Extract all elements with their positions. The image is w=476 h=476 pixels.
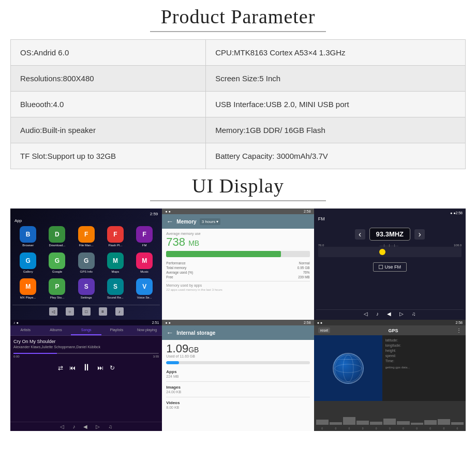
fm-frequency-display: 93.3MHZ xyxy=(369,228,410,241)
mem-back-icon[interactable]: ← xyxy=(166,217,173,226)
fm-prev-button[interactable]: ‹ xyxy=(355,229,365,240)
music-content: Cry On My Shoulder Alexander Klaws,Julie… xyxy=(10,336,162,422)
fm-nav-vol[interactable]: ♫ xyxy=(412,311,416,317)
app-item-sound-recorder[interactable]: SSound Re... xyxy=(102,278,129,303)
app-item-maps[interactable]: MMaps xyxy=(102,252,129,277)
app-item-play-store[interactable]: PPlay Sto... xyxy=(43,278,70,303)
mem-time: 2:58 xyxy=(304,210,311,213)
app-label-5: Gallery xyxy=(23,270,33,273)
param-row-4: TF Slot:Support up to 32GBBattery Capaci… xyxy=(11,143,466,169)
app-label-14: Voice Se... xyxy=(137,296,152,299)
param-cell-left-0: OS:Andrid 6.0 xyxy=(11,40,206,66)
storage-content: 1.09GB Used of 11.63 GB Apps224 MBImages… xyxy=(162,340,314,431)
app-item-mx-player[interactable]: MMX Playe... xyxy=(14,278,41,303)
nav-menu-icon[interactable]: ≡ xyxy=(99,307,107,316)
app-icon-7: G xyxy=(78,252,95,269)
app-grid: BBrowserDDownload...FFile Man...FFlash P… xyxy=(12,224,160,305)
app-item-file-manager[interactable]: FFile Man... xyxy=(73,226,100,250)
screenshot-music: ♪ ● 2:51 ArtistsAlbumsSongsPlaylistsNow … xyxy=(10,320,162,431)
fm-nav-home[interactable]: ♪ xyxy=(376,311,379,317)
app-label-12: Settings xyxy=(81,296,92,299)
music-shuffle-btn[interactable]: ⇄ xyxy=(58,364,63,371)
music-nav-home[interactable]: ◀ xyxy=(83,424,87,429)
svg-point-2 xyxy=(335,364,362,373)
gps-bar-label-5: 0 xyxy=(383,427,396,430)
nav-back-icon[interactable]: ◁ xyxy=(49,307,57,316)
storage-title: Internal storage xyxy=(176,330,215,336)
svg-point-1 xyxy=(343,355,353,382)
fm-nav-back[interactable]: ◁ xyxy=(364,311,368,317)
fm-nav-vol-down[interactable]: ◀ xyxy=(387,311,391,317)
app-icon-11: P xyxy=(49,278,65,295)
app-icon-14: V xyxy=(136,278,153,295)
app-icon-4: F xyxy=(136,226,153,243)
gps-bar-label-4: 0 xyxy=(370,427,382,430)
mem-dropdown-icon: ▾ xyxy=(216,219,218,224)
mem-stat-row-1: Total memory0.95 GB xyxy=(166,266,309,270)
fm-status-icons: ● ● xyxy=(450,211,455,215)
music-prev-btn[interactable]: ⏮ xyxy=(69,364,76,371)
app-label-11: Play Sto... xyxy=(50,296,64,299)
gps-bar-label-0: 0 xyxy=(316,427,329,430)
app-item-downloads[interactable]: DDownload... xyxy=(43,226,70,250)
app-item-gps-info[interactable]: GGPS Info xyxy=(73,252,100,277)
gps-label-1: longitude: xyxy=(385,344,401,347)
param-row-3: Audio:Built-in speakerMemory:1GB DDR/ 16… xyxy=(11,117,466,143)
app-item-settings[interactable]: SSettings xyxy=(73,278,100,303)
music-tabs: ArtistsAlbumsSongsPlaylistsNow playing xyxy=(10,325,162,336)
storage-back-icon[interactable]: ← xyxy=(166,329,173,337)
music-repeat-btn[interactable]: ↻ xyxy=(110,364,115,371)
mem-bar-container xyxy=(166,251,309,257)
app-label-7: GPS Info xyxy=(80,270,92,273)
fm-nav-bar: ◁ ♪ ◀ ▷ ♫ xyxy=(316,309,464,318)
ui-display-section: UI Display 2:59 App BBrowserDDownload...… xyxy=(0,169,476,431)
gps-reset-button[interactable]: reset xyxy=(318,328,331,333)
nav-volume-icon[interactable]: ♪ xyxy=(115,307,124,316)
fm-use-button[interactable]: Use FM xyxy=(373,262,407,272)
param-cell-left-1: Resolutions:800X480 xyxy=(11,66,206,92)
music-status-bar: ♪ ● 2:51 xyxy=(10,320,162,325)
app-item-flash-player-s...[interactable]: FFlash Pl... xyxy=(102,226,129,250)
music-play-btn[interactable]: ⏸ xyxy=(82,362,91,373)
music-tab-playlists[interactable]: Playlists xyxy=(101,325,132,335)
gps-bar-labels: 00000000000 xyxy=(314,427,466,431)
storage-item-name-2: Videos xyxy=(166,400,309,405)
music-nav-vol-down[interactable]: ♪ xyxy=(72,424,75,429)
music-song-title: Cry On My Shoulder xyxy=(13,339,159,344)
screenshot-gps: ● ● 2:58 reset GPS ⋮ xyxy=(314,320,466,431)
mem-time-select[interactable]: 3 hours ▾ xyxy=(200,218,221,225)
product-parameter-section: Product Parameter OS:Andrid 6.0CPU:MTK81… xyxy=(0,0,476,169)
music-nav-back[interactable]: ◁ xyxy=(60,424,64,429)
gps-bar-5 xyxy=(383,419,396,425)
gps-label-0: latitude: xyxy=(385,338,398,342)
app-status-bar: 2:59 xyxy=(12,211,160,217)
app-item-fm[interactable]: FFM xyxy=(131,226,158,250)
gps-menu-icon[interactable]: ⋮ xyxy=(456,328,462,333)
music-nav-menu[interactable]: ▷ xyxy=(96,424,100,429)
app-item-voice-search[interactable]: VVoice Se... xyxy=(131,278,158,303)
app-label-3: Flash Pl... xyxy=(109,244,123,247)
gps-label-3: speed: xyxy=(385,354,396,358)
fm-use-checkbox[interactable] xyxy=(379,265,383,269)
mem-apps-section: Memory used by apps xyxy=(166,284,309,287)
fm-next-button[interactable]: › xyxy=(414,229,425,240)
app-item-music[interactable]: MMusic xyxy=(131,252,158,277)
fm-nav-vol-up[interactable]: ▷ xyxy=(399,311,404,317)
param-cell-right-1: Screen Size:5 Inch xyxy=(206,66,466,92)
app-item-browser[interactable]: BBrowser xyxy=(14,226,41,250)
app-item-gallery[interactable]: GGallery xyxy=(14,252,41,277)
nav-recent-icon[interactable]: □ xyxy=(82,307,91,316)
music-nav-vol-up[interactable]: ♫ xyxy=(108,424,112,429)
music-tab-songs[interactable]: Songs xyxy=(71,325,101,335)
mem-apps-desc: 22 apps used memory in the last 3 hours xyxy=(166,288,309,291)
nav-home-icon[interactable]: ○ xyxy=(66,307,74,316)
music-tab-albums[interactable]: Albums xyxy=(41,325,71,335)
gps-info-row-4: Time: xyxy=(385,359,463,363)
music-tab-artists[interactable]: Artists xyxy=(10,325,41,335)
app-icon-0: B xyxy=(20,226,36,243)
music-tab-now-playing[interactable]: Now playing xyxy=(132,325,162,335)
music-next-btn[interactable]: ⏭ xyxy=(97,364,103,371)
screenshots-grid: 2:59 App BBrowserDDownload...FFile Man..… xyxy=(10,209,466,431)
gps-content: latitude:longitude:height:speed:Time:get… xyxy=(314,335,466,401)
app-item-google[interactable]: GGoogle xyxy=(43,252,70,277)
